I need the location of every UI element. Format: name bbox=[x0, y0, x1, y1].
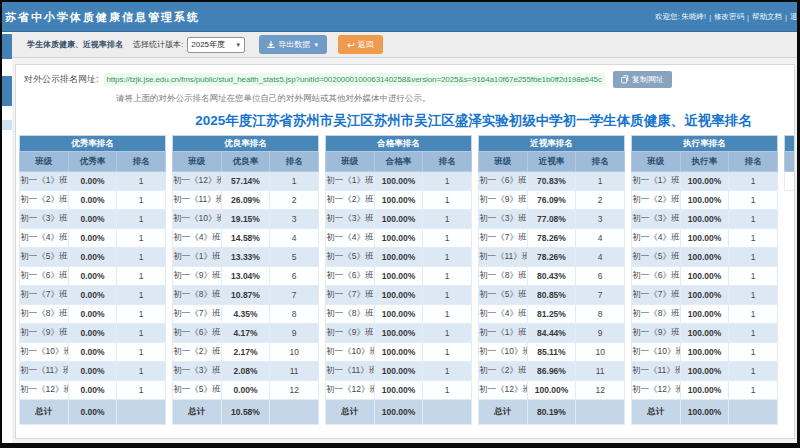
rank-cell: 1 bbox=[729, 248, 778, 267]
class-cell: 初一《3》班 bbox=[479, 210, 528, 229]
table-row: 初一《5》班100.00%1 bbox=[326, 248, 472, 267]
class-cell: 初一《10》班 bbox=[632, 343, 681, 362]
table-column-header: 班级 bbox=[173, 152, 222, 172]
table-total-row: 总计100.00% bbox=[632, 400, 778, 425]
table-column-header: 班级 bbox=[20, 152, 69, 172]
table-row: 初一《6》班0.00%1 bbox=[20, 267, 166, 286]
table-row: 初一《11》班100.00%1 bbox=[632, 362, 778, 381]
back-button[interactable]: ↩ 返回 bbox=[338, 35, 383, 54]
rate-cell: 0.00% bbox=[68, 191, 117, 210]
table-row: 初一《10》班100.00%1 bbox=[326, 343, 472, 362]
class-cell: 初一《11》班 bbox=[479, 248, 528, 267]
sidebar-item-stub[interactable] bbox=[2, 34, 12, 59]
rate-cell: 100.00% bbox=[680, 191, 729, 210]
version-select[interactable]: 2025年度 ▼ bbox=[187, 37, 245, 53]
class-cell: 初一《6》班 bbox=[479, 172, 528, 191]
total-rank-cell bbox=[270, 400, 319, 425]
class-cell: 初一《6》班 bbox=[632, 267, 681, 286]
table-column-header: 班级 bbox=[785, 152, 796, 172]
ranking-table: 合格率排名班级合格率排名初一《1》班100.00%1初一《2》班100.00%1… bbox=[325, 135, 472, 425]
rank-cell: 1 bbox=[423, 305, 472, 324]
table-column-header: 排名 bbox=[729, 152, 778, 172]
rank-cell: 1 bbox=[117, 267, 166, 286]
version-select-value: 2025年度 bbox=[191, 39, 225, 50]
rank-cell: 1 bbox=[729, 267, 778, 286]
rank-cell: 1 bbox=[729, 381, 778, 400]
change-password-link[interactable]: 修改密码 bbox=[714, 12, 744, 22]
table-row: 初一《9》班100.00%1 bbox=[632, 324, 778, 343]
table-total-row: 总计10.58% bbox=[173, 400, 319, 425]
table-total-row: 总计0.00% bbox=[20, 400, 166, 425]
rate-cell: 100.00% bbox=[374, 324, 423, 343]
publish-note: 请将上面的对外公示排名网址在您单位自己的对外网站或其他对外媒体中进行公示。 bbox=[116, 93, 794, 105]
back-arrow-icon: ↩ bbox=[347, 41, 355, 49]
rank-cell: 1 bbox=[117, 248, 166, 267]
class-cell: 初一《8》班 bbox=[632, 305, 681, 324]
table-column-header: 排名 bbox=[576, 152, 625, 172]
table-row: 初一《4》班100.00%1 bbox=[632, 229, 778, 248]
export-data-button[interactable]: 导出数据 ▼ bbox=[259, 35, 327, 54]
table-row: 初一《8》班80.43%6 bbox=[479, 267, 625, 286]
table-row: 初一《12》班100.00%12 bbox=[479, 381, 625, 400]
rank-cell: 1 bbox=[423, 172, 472, 191]
table-total-row: 总计100.00% bbox=[326, 400, 472, 425]
table-row: 初一《7》班4.35%8 bbox=[173, 305, 319, 324]
help-doc-link[interactable]: 帮助文档 bbox=[752, 12, 782, 22]
rank-cell: 1 bbox=[729, 191, 778, 210]
rank-cell: 1 bbox=[423, 381, 472, 400]
rank-cell: 9 bbox=[576, 324, 625, 343]
class-cell: 初一《1》班 bbox=[173, 248, 222, 267]
version-select-label: 选择统计版本: bbox=[133, 39, 183, 50]
table-row: 初一《2》班86.96%11 bbox=[479, 362, 625, 381]
table-row: 初一《1》班100.00%1 bbox=[632, 172, 778, 191]
rank-cell: 4 bbox=[270, 229, 319, 248]
total-rate-cell: 10.58% bbox=[221, 400, 270, 425]
class-cell: 初一《4》班 bbox=[20, 229, 69, 248]
table-row: 初一《1》班13.33%5 bbox=[173, 248, 319, 267]
table-row: 初一《3》班100.00%1 bbox=[326, 210, 472, 229]
rate-cell: 0.00% bbox=[68, 381, 117, 400]
rank-cell: 6 bbox=[576, 267, 625, 286]
class-cell: 初一《10》班 bbox=[20, 343, 69, 362]
rank-cell: 2 bbox=[270, 191, 319, 210]
class-cell: 初一《9》班 bbox=[479, 191, 528, 210]
class-cell: 初一《12》班 bbox=[20, 381, 69, 400]
rank-cell: 1 bbox=[117, 362, 166, 381]
rank-cell: 1 bbox=[729, 229, 778, 248]
class-cell: 初一《9》班 bbox=[632, 324, 681, 343]
table-row: 初一《1》班100.00%1 bbox=[326, 172, 472, 191]
table-row: 初一《11》班0.00%1 bbox=[20, 362, 166, 381]
class-cell: 初一《12》班 bbox=[632, 381, 681, 400]
rate-cell: 0.00% bbox=[68, 324, 117, 343]
rate-cell: 100.00% bbox=[680, 286, 729, 305]
separator: | bbox=[747, 13, 749, 22]
rate-cell: 100.00% bbox=[680, 305, 729, 324]
rate-cell: 70.83% bbox=[527, 172, 576, 191]
class-cell: 初一《6》班 bbox=[326, 267, 375, 286]
welcome-text: 欢迎您: 朱晓峰! bbox=[655, 12, 706, 22]
total-label-cell: 总计 bbox=[20, 400, 69, 425]
class-cell: 初一《7》班 bbox=[632, 286, 681, 305]
app-window: 苏省中小学体质健康信息管理系统 欢迎您: 朱晓峰! | 修改密码 | 帮助文档 … bbox=[2, 2, 797, 443]
rate-cell: 0.00% bbox=[68, 305, 117, 324]
publish-url-link[interactable]: https://tzjk.jse.edu.cn/fms/public/stud_… bbox=[104, 73, 605, 86]
rate-cell: 26.09% bbox=[221, 191, 270, 210]
logout-link[interactable]: 退出 bbox=[790, 12, 797, 22]
rank-cell: 1 bbox=[423, 267, 472, 286]
class-cell: 初一《8》班 bbox=[20, 305, 69, 324]
rate-cell: 100.00% bbox=[680, 172, 729, 191]
rank-cell: 11 bbox=[270, 362, 319, 381]
class-cell: 初一《1》班 bbox=[632, 172, 681, 191]
class-cell: 初一《4》班 bbox=[632, 229, 681, 248]
rank-cell: 8 bbox=[270, 305, 319, 324]
rate-cell: 100.00% bbox=[374, 343, 423, 362]
class-cell: 初一《5》班 bbox=[20, 248, 69, 267]
copy-url-button[interactable]: 复制网址 bbox=[613, 71, 672, 88]
table-row: 初一《2》班100.00%1 bbox=[326, 191, 472, 210]
rate-cell: 0.00% bbox=[68, 286, 117, 305]
table-row: 初一《10》班100.00%1 bbox=[632, 343, 778, 362]
table-row: 初一《7》班78.26%4 bbox=[479, 229, 625, 248]
rate-cell: 100.00% bbox=[374, 191, 423, 210]
sidebar-item-stub[interactable] bbox=[2, 76, 12, 106]
table-row: 初一《11》班78.26%4 bbox=[479, 248, 625, 267]
